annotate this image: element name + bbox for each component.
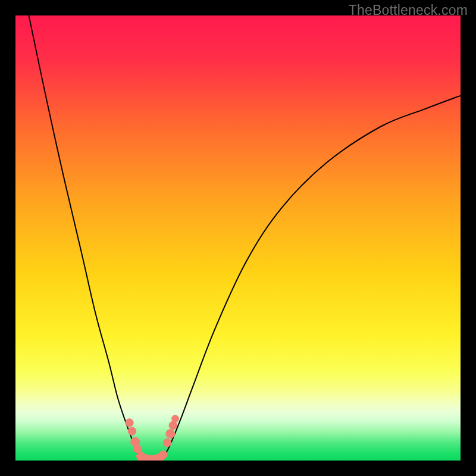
plot-area (15, 15, 461, 461)
bead-left-3 (133, 445, 141, 453)
bead-right-3 (172, 415, 179, 422)
outer-frame: TheBottleneck.com (0, 0, 476, 476)
bead-right-1 (166, 430, 175, 439)
bead-left-1 (128, 427, 136, 435)
bead-right-0 (163, 439, 171, 446)
gradient-background (15, 15, 461, 461)
bead-left-0 (126, 419, 133, 427)
watermark-text: TheBottleneck.com (349, 2, 468, 18)
bead-right-2 (169, 421, 177, 429)
bead-bottom-5 (159, 451, 167, 459)
chart-svg (15, 15, 461, 461)
